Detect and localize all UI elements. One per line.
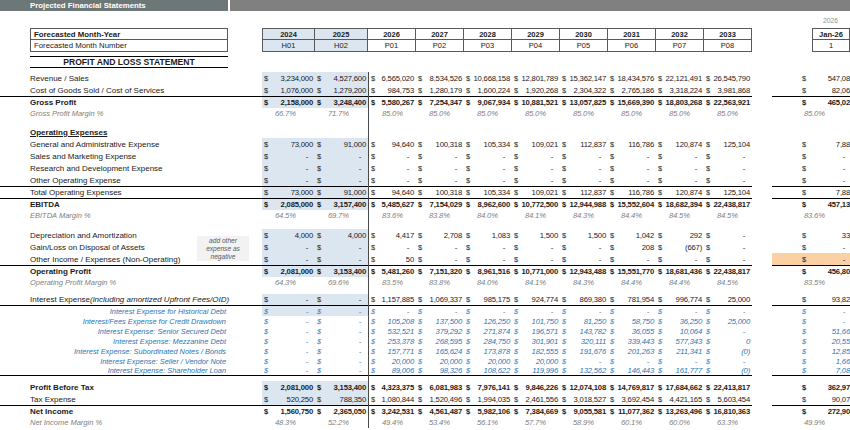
year-header-2026[interactable]: 2026P01 <box>368 28 416 52</box>
cell-operating-margin-2024[interactable]: 64.3% <box>262 277 315 288</box>
row-label-tax-expense[interactable]: Tax Expense <box>0 393 262 405</box>
cell-rd-expense-2027[interactable]: $- <box>416 162 464 174</box>
row-label-operating-profit[interactable]: Operating Profit <box>0 265 262 277</box>
cell-profit-before-tax-2029[interactable]: $9,846,226 <box>512 381 560 393</box>
cell-interest-mezzanine-2025[interactable]: $- <box>315 336 368 346</box>
cell-interest-shareholder-2024[interactable]: $- <box>262 366 315 376</box>
cell-other-income-2027[interactable]: $- <box>416 253 464 265</box>
year-label[interactable]: 2031 <box>608 29 655 40</box>
cell-gross-margin-2031[interactable]: 85.0% <box>608 108 656 119</box>
cell-other-income-2026[interactable]: $50 <box>368 253 416 265</box>
cell-interest-mezzanine-2027[interactable]: $268,595 <box>416 336 464 346</box>
cell-tax-expense-2024[interactable]: $520,250 <box>262 393 315 405</box>
cell-tax-expense-2026[interactable]: $1,080,844 <box>368 393 416 405</box>
cell-interest-subnotes-2031[interactable]: $201,263 <box>608 346 656 356</box>
cell-ga-expense-2029[interactable]: $109,021 <box>512 138 560 150</box>
cell-gain-loss-2033[interactable]: $- <box>704 241 752 253</box>
cell-other-income-2030[interactable]: $- <box>560 253 608 265</box>
cell-interest-credit-2029[interactable]: $101,750 <box>512 316 560 326</box>
cell-depreciation-2026[interactable]: $4,417 <box>368 229 416 241</box>
row-label-gross-margin[interactable]: Gross Profit Margin % <box>0 108 262 119</box>
cell-gross-margin-2028[interactable]: 85.0% <box>464 108 512 119</box>
cell-revenue-2024[interactable]: $3,234,000 <box>262 72 315 84</box>
cell-interest-historical-jan26[interactable]: $- <box>772 306 850 316</box>
year-label[interactable]: 2030 <box>560 29 607 40</box>
cell-other-income-2032[interactable]: $- <box>656 253 704 265</box>
year-header-2028[interactable]: 2028P03 <box>464 28 512 52</box>
row-label-interest-seller[interactable]: Interest Expense: Seller / Vendor Note <box>0 356 262 366</box>
row-label-other-opex[interactable]: Other Operating Expense <box>0 174 262 186</box>
cell-ga-expense-2031[interactable]: $116,786 <box>608 138 656 150</box>
cell-interest-shareholder-2030[interactable]: $132,562 <box>560 366 608 376</box>
cell-ebitda-margin-2025[interactable]: 69.7% <box>315 210 368 221</box>
cell-operating-margin-2033[interactable]: 84.5% <box>704 277 752 288</box>
cell-rd-expense-2030[interactable]: $- <box>560 162 608 174</box>
cell-operating-profit-jan26[interactable]: $456,80 <box>772 265 850 277</box>
cell-interest-subnotes-2027[interactable]: $165,624 <box>416 346 464 356</box>
cell-ebitda-margin-2028[interactable]: 84.0% <box>464 210 512 221</box>
cell-other-opex-2025[interactable]: $- <box>315 174 368 186</box>
cell-profit-before-tax-2024[interactable]: $2,081,000 <box>262 381 315 393</box>
cell-interest-total-2024[interactable]: $- <box>262 294 315 306</box>
cell-interest-total-2026[interactable]: $1,157,885 <box>368 294 416 306</box>
cell-total-opex-2029[interactable]: $109,021 <box>512 186 560 198</box>
cell-other-income-2029[interactable]: $- <box>512 253 560 265</box>
period-label[interactable]: P08 <box>704 40 751 51</box>
year-label[interactable]: 2029 <box>512 29 559 40</box>
cell-other-opex-2028[interactable]: $- <box>464 174 512 186</box>
row-label-profit-before-tax[interactable]: Profit Before Tax <box>0 381 262 393</box>
cell-interest-mezzanine-2033[interactable]: $0 <box>704 336 752 346</box>
cell-gross-margin-2032[interactable]: 85.0% <box>656 108 704 119</box>
cell-gross-profit-2026[interactable]: $5,580,267 <box>368 96 416 108</box>
cell-net-income-2031[interactable]: $11,077,362 <box>608 405 656 417</box>
cell-interest-total-2031[interactable]: $781,954 <box>608 294 656 306</box>
cell-interest-credit-2027[interactable]: $137,500 <box>416 316 464 326</box>
cell-cogs-2025[interactable]: $1,279,200 <box>315 84 368 96</box>
cell-revenue-2033[interactable]: $26,545,790 <box>704 72 752 84</box>
period-label[interactable]: P06 <box>608 40 655 51</box>
period-label[interactable]: P04 <box>512 40 559 51</box>
cell-total-opex-2033[interactable]: $125,104 <box>704 186 752 198</box>
cell-interest-historical-2027[interactable]: $- <box>416 306 464 316</box>
period-label[interactable]: P02 <box>416 40 463 51</box>
cell-total-opex-2031[interactable]: $116,786 <box>608 186 656 198</box>
cell-interest-mezzanine-2028[interactable]: $284,750 <box>464 336 512 346</box>
cell-other-opex-2024[interactable]: $- <box>262 174 315 186</box>
cell-net-income-margin-2033[interactable]: 63.3% <box>704 417 752 428</box>
row-label-interest-subnotes[interactable]: Interest Expense: Subordinated Notes / B… <box>0 346 262 356</box>
cell-interest-senior-2024[interactable]: $- <box>262 326 315 336</box>
year-header-2024[interactable]: 2024H01 <box>262 28 315 52</box>
cell-total-opex-jan26[interactable]: $7,88 <box>772 186 850 198</box>
cell-other-opex-2030[interactable]: $- <box>560 174 608 186</box>
cell-interest-historical-2032[interactable]: $- <box>656 306 704 316</box>
cell-gain-loss-2032[interactable]: $(667) <box>656 241 704 253</box>
row-label-interest-senior[interactable]: Interest Expense: Senior Secured Debt <box>0 326 262 336</box>
cell-revenue-jan26[interactable]: $547,08 <box>772 72 850 84</box>
row-label-rd-expense[interactable]: Research and Development Expense <box>0 162 262 174</box>
cell-depreciation-2024[interactable]: $4,000 <box>262 229 315 241</box>
cell-interest-seller-2028[interactable]: $20,000 <box>464 356 512 366</box>
cell-tax-expense-2028[interactable]: $1,994,035 <box>464 393 512 405</box>
cell-gross-margin-2029[interactable]: 85.0% <box>512 108 560 119</box>
cell-cogs-2033[interactable]: $3,981,868 <box>704 84 752 96</box>
cell-interest-total-2030[interactable]: $869,380 <box>560 294 608 306</box>
cell-other-opex-2032[interactable]: $- <box>656 174 704 186</box>
cell-gain-loss-jan26[interactable]: $- <box>772 241 850 253</box>
cell-interest-mezzanine-2030[interactable]: $320,111 <box>560 336 608 346</box>
row-label-total-opex[interactable]: Total Operating Expenses <box>0 186 262 198</box>
cell-other-opex-2031[interactable]: $- <box>608 174 656 186</box>
cell-ga-expense-2028[interactable]: $105,334 <box>464 138 512 150</box>
row-label-interest-shareholder[interactable]: Interest Expense: Shareholder Loan <box>0 366 262 376</box>
cell-depreciation-2031[interactable]: $1,042 <box>608 229 656 241</box>
cell-operating-margin-2032[interactable]: 84.4% <box>656 277 704 288</box>
cell-rd-expense-2029[interactable]: $- <box>512 162 560 174</box>
year-header-2025[interactable]: 2025H02 <box>315 28 368 52</box>
year-label[interactable]: 2033 <box>704 29 751 40</box>
cell-ga-expense-2027[interactable]: $100,318 <box>416 138 464 150</box>
cell-interest-senior-2029[interactable]: $196,571 <box>512 326 560 336</box>
period-label[interactable]: P01 <box>368 40 415 51</box>
cell-profit-before-tax-2026[interactable]: $4,323,375 <box>368 381 416 393</box>
cell-net-income-margin-2031[interactable]: 60.1% <box>608 417 656 428</box>
cell-operating-profit-2028[interactable]: $8,961,516 <box>464 265 512 277</box>
cell-tax-expense-2031[interactable]: $3,692,454 <box>608 393 656 405</box>
